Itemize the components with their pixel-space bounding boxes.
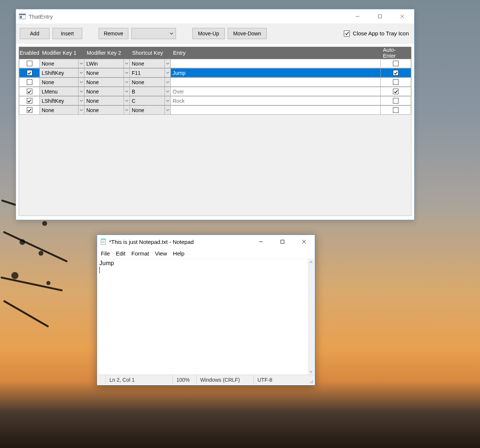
cell-shortcut[interactable]: None — [130, 105, 171, 115]
close-to-tray-label: Close App to Tray Icon — [353, 30, 409, 36]
checkbox[interactable] — [27, 61, 32, 66]
checkbox[interactable] — [393, 107, 399, 113]
notepad-app-icon — [100, 238, 107, 245]
cell-mod1[interactable]: LShiftKey — [40, 96, 84, 105]
checkbox[interactable] — [393, 98, 399, 104]
notepad-titlebar[interactable]: *This is just Notepad.txt - Notepad — [97, 235, 315, 248]
minimize-button[interactable] — [346, 9, 369, 23]
cell-mod1[interactable]: None — [40, 105, 84, 115]
maximize-button[interactable] — [369, 9, 391, 23]
chevron-down-icon — [78, 106, 84, 114]
notepad-textarea[interactable]: Jump — [98, 259, 314, 375]
checkbox[interactable] — [27, 98, 32, 104]
checkbox[interactable] — [27, 70, 32, 76]
table-row[interactable]: LShiftKeyNoneCRock — [19, 96, 411, 105]
table-row[interactable]: NoneNoneNone — [19, 105, 411, 115]
cell-entry[interactable]: Over — [171, 87, 381, 96]
cell-auto[interactable] — [381, 105, 411, 115]
menu-format[interactable]: Format — [128, 250, 152, 257]
notepad-window: *This is just Notepad.txt - Notepad File… — [97, 235, 315, 385]
checkbox[interactable] — [27, 79, 32, 85]
header-shortcut[interactable]: Shortcut Key — [130, 47, 171, 59]
cell-shortcut[interactable]: C — [130, 96, 171, 105]
cell-auto[interactable] — [381, 77, 411, 87]
notepad-title: *This is just Notepad.txt - Notepad — [109, 239, 194, 245]
cell-shortcut[interactable]: None — [130, 77, 171, 87]
header-mod1[interactable]: Modifier Key 1 — [40, 47, 84, 59]
thatentry-titlebar[interactable]: ThatEntry — [16, 9, 414, 23]
cell-shortcut[interactable]: F11 — [130, 68, 171, 77]
cell-enabled[interactable] — [19, 87, 40, 96]
cell-mod2[interactable]: None — [84, 77, 130, 87]
cell-shortcut[interactable]: None — [130, 59, 171, 68]
checkbox[interactable] — [27, 89, 32, 94]
cell-auto[interactable] — [381, 96, 411, 105]
scroll-down-icon[interactable] — [308, 368, 314, 375]
add-button[interactable]: Add — [20, 28, 49, 39]
remove-button[interactable]: Remove — [99, 28, 128, 39]
chevron-down-icon — [124, 106, 129, 114]
move-up-button[interactable]: Move-Up — [192, 28, 225, 39]
cell-entry[interactable]: Jump — [171, 68, 381, 77]
checkbox[interactable] — [393, 61, 399, 66]
cell-mod2[interactable]: None — [84, 68, 130, 77]
chevron-down-icon — [164, 106, 170, 114]
text-caret — [99, 267, 100, 273]
notepad-scrollbar[interactable] — [308, 259, 314, 375]
checkbox[interactable] — [393, 79, 399, 85]
cell-mod1[interactable]: LMenu — [40, 87, 84, 96]
cell-mod1[interactable]: LShiftKey — [40, 68, 84, 77]
checkbox[interactable] — [393, 89, 399, 94]
close-to-tray-option[interactable]: Close App to Tray Icon — [344, 30, 410, 36]
chevron-down-icon — [164, 96, 170, 105]
header-entry[interactable]: Entry — [171, 47, 381, 59]
scroll-up-icon[interactable] — [308, 259, 314, 265]
chevron-down-icon — [78, 69, 84, 77]
cell-auto[interactable] — [381, 68, 411, 77]
cell-mod2[interactable]: LWin — [84, 59, 130, 68]
insert-button[interactable]: Insert — [52, 28, 82, 39]
cell-entry[interactable] — [171, 59, 381, 68]
move-down-button[interactable]: Move-Down — [228, 28, 267, 39]
menu-file[interactable]: File — [98, 250, 113, 257]
cell-enabled[interactable] — [19, 105, 40, 115]
menu-view[interactable]: View — [152, 250, 170, 257]
cell-entry[interactable] — [171, 105, 381, 115]
cell-mod1[interactable]: None — [40, 59, 84, 68]
close-to-tray-checkbox[interactable] — [344, 31, 350, 36]
cell-enabled[interactable] — [19, 77, 40, 87]
cell-mod2[interactable]: None — [84, 105, 130, 115]
menu-help[interactable]: Help — [170, 250, 188, 257]
close-button[interactable] — [391, 9, 413, 23]
notepad-minimize-button[interactable] — [250, 235, 272, 248]
chevron-down-icon — [124, 78, 129, 86]
cell-shortcut[interactable]: B — [130, 87, 171, 96]
cell-mod2[interactable]: None — [84, 96, 130, 105]
menu-edit[interactable]: Edit — [113, 250, 128, 257]
cell-mod2[interactable]: None — [84, 87, 130, 96]
checkbox[interactable] — [393, 70, 399, 76]
header-mod2[interactable]: Modifier Key 2 — [84, 47, 130, 59]
table-row[interactable]: LShiftKeyNoneF11Jump — [19, 68, 411, 77]
resize-grip-icon[interactable] — [307, 375, 314, 384]
cell-enabled[interactable] — [19, 68, 40, 77]
checkbox[interactable] — [27, 107, 32, 113]
toolbar-combo[interactable] — [131, 28, 176, 39]
chevron-down-icon — [78, 96, 84, 105]
cell-auto[interactable] — [381, 59, 411, 68]
chevron-down-icon — [78, 59, 84, 68]
cell-enabled[interactable] — [19, 59, 40, 68]
cell-mod1[interactable]: None — [40, 77, 84, 87]
notepad-close-button[interactable] — [293, 235, 315, 248]
svg-point-16 — [312, 382, 313, 383]
header-auto[interactable]: Auto-Enter — [381, 47, 411, 59]
cell-enabled[interactable] — [19, 96, 40, 105]
notepad-maximize-button[interactable] — [272, 235, 293, 248]
table-row[interactable]: NoneLWinNone — [19, 59, 411, 68]
cell-entry[interactable] — [171, 77, 381, 87]
table-row[interactable]: NoneNoneNone — [19, 77, 411, 87]
cell-auto[interactable] — [381, 87, 411, 96]
table-row[interactable]: LMenuNoneBOver — [19, 87, 411, 96]
cell-entry[interactable]: Rock — [171, 96, 381, 105]
header-enabled[interactable]: Enabled — [19, 47, 40, 59]
